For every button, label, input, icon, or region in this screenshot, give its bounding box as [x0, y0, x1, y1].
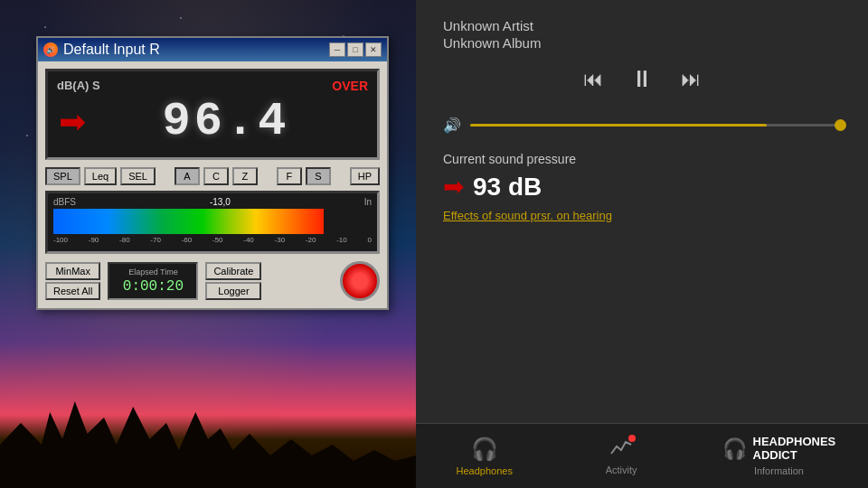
brand-text: HEADPHONES	[753, 436, 836, 448]
right-panel: Unknown Artist Unknown Album ⏮ ⏸ ⏭ 🔊 Cur…	[416, 0, 868, 488]
elapsed-title: Elapsed Time	[117, 267, 189, 277]
information-label: Information	[754, 465, 804, 476]
fast-forward-button[interactable]: ⏭	[681, 68, 701, 91]
tick-minus20: -20	[306, 236, 316, 244]
spl-row: ➡ 93 dB	[443, 172, 841, 202]
vu-arrow: ➡	[59, 103, 86, 141]
activity-dot	[628, 435, 636, 442]
spectrum-bar	[53, 209, 324, 234]
spectrum-value: -13,0	[210, 197, 231, 207]
tick-minus80: -80	[119, 236, 130, 244]
sound-pressure-section: Current sound pressure ➡ 93 dB Effects o…	[416, 152, 868, 423]
playback-controls: ⏮ ⏸ ⏭	[443, 65, 841, 93]
effects-link[interactable]: Effects of sound prsr. on hearing	[443, 209, 841, 222]
controls-row: SPL Leq SEL A C Z F S HP	[45, 167, 380, 185]
logger-button[interactable]: Logger	[205, 282, 261, 300]
activity-nav-item[interactable]: Activity	[585, 437, 657, 475]
tick-minus30: -30	[275, 236, 286, 244]
information-nav-item[interactable]: 🎧 HEADPHONES ADDICT Information	[722, 436, 836, 476]
app-icon: 🔊	[43, 42, 58, 57]
activity-icon-wrap	[609, 437, 633, 461]
rewind-button[interactable]: ⏮	[583, 68, 603, 91]
music-info: Unknown Artist Unknown Album ⏮ ⏸ ⏭	[416, 0, 868, 117]
spectrum-indicator: In	[364, 197, 372, 207]
title-bar-left: 🔊 Default Input R	[43, 42, 160, 58]
vu-display: dB(A) S OVER ➡ 96.4	[45, 69, 380, 160]
tick-minus40: -40	[243, 236, 254, 244]
volume-knob[interactable]	[835, 119, 846, 131]
minmax-button[interactable]: MinMax	[45, 262, 100, 280]
record-button[interactable]	[340, 261, 380, 301]
vu-reading: 96.4	[86, 95, 366, 148]
info-icon-wrap: 🎧 HEADPHONES ADDICT	[722, 436, 836, 462]
spectrum-bar-container	[53, 209, 372, 234]
reset-button[interactable]: Reset All	[45, 282, 100, 300]
window-title: Default Input R	[63, 42, 160, 58]
app-window: 🔊 Default Input R ─ □ ✕ dB(A) S OVER ➡ 9…	[36, 36, 389, 310]
spl-label: Current sound pressure	[443, 152, 841, 166]
bottom-controls: MinMax Reset All Elapsed Time 0:00:20 Ca…	[45, 261, 380, 301]
spl-button[interactable]: SPL	[45, 167, 80, 185]
tick-minus60: -60	[182, 236, 193, 244]
volume-fill	[470, 124, 767, 127]
pause-button[interactable]: ⏸	[630, 65, 654, 93]
sel-button[interactable]: SEL	[120, 167, 156, 185]
over-label: OVER	[332, 79, 368, 93]
z-button[interactable]: Z	[232, 167, 258, 185]
tick-minus50: -50	[212, 236, 223, 244]
minmax-col: MinMax Reset All	[45, 262, 100, 300]
c-button[interactable]: C	[203, 167, 229, 185]
window-body: dB(A) S OVER ➡ 96.4 SPL Leq SEL A C Z F …	[38, 61, 387, 308]
volume-row: 🔊	[416, 117, 868, 134]
album-name: Unknown Album	[443, 35, 841, 51]
spl-arrow: ➡	[443, 172, 464, 202]
bottom-nav: 🎧 Headphones Activity 🎧 HEADPHONES ADDIC…	[416, 423, 868, 488]
spl-value: 93 dB	[473, 173, 542, 202]
f-button[interactable]: F	[277, 167, 302, 185]
title-bar-controls[interactable]: ─ □ ✕	[329, 42, 382, 57]
headphones-nav-item[interactable]: 🎧 Headphones	[448, 436, 521, 476]
activity-label: Activity	[606, 465, 637, 475]
hp-button[interactable]: HP	[350, 167, 380, 185]
spectrum-header: dBFS -13,0 In	[53, 197, 372, 207]
elapsed-box: Elapsed Time 0:00:20	[108, 262, 198, 300]
a-button[interactable]: A	[175, 167, 200, 185]
trees-silhouette	[0, 380, 416, 488]
left-panel: 🔊 Default Input R ─ □ ✕ dB(A) S OVER ➡ 9…	[0, 0, 416, 488]
volume-icon: 🔊	[443, 117, 461, 134]
headphones-label: Headphones	[457, 465, 513, 476]
headphone-small-icon: 🎧	[722, 437, 747, 461]
tick-minus90: -90	[89, 236, 99, 244]
volume-track[interactable]	[470, 124, 841, 127]
maximize-button[interactable]: □	[347, 42, 363, 57]
spectrum-label: dBFS	[53, 197, 76, 207]
tick-minus100: -100	[53, 236, 68, 244]
spectrum-ticks: -100 -90 -80 -70 -60 -50 -40 -30 -20 -10…	[53, 236, 372, 244]
leq-button[interactable]: Leq	[84, 167, 117, 185]
tick-zero: 0	[367, 236, 371, 244]
elapsed-time: 0:00:20	[117, 278, 189, 295]
close-button[interactable]: ✕	[365, 42, 382, 57]
db-label: dB(A) S	[57, 79, 100, 92]
headphones-icon: 🎧	[471, 436, 498, 462]
brand-text-2: ADDICT	[753, 449, 836, 462]
tick-minus70: -70	[150, 236, 161, 244]
artist-name: Unknown Artist	[443, 18, 841, 33]
tick-minus10: -10	[336, 236, 347, 244]
title-bar: 🔊 Default Input R ─ □ ✕	[38, 38, 387, 61]
calib-col: Calibrate Logger	[205, 262, 261, 300]
spectrum-display: dBFS -13,0 In -100 -90 -80 -70 -60 -50 -…	[45, 191, 380, 254]
calibrate-button[interactable]: Calibrate	[205, 262, 261, 280]
s-button[interactable]: S	[306, 167, 331, 185]
minimize-button[interactable]: ─	[329, 42, 345, 57]
